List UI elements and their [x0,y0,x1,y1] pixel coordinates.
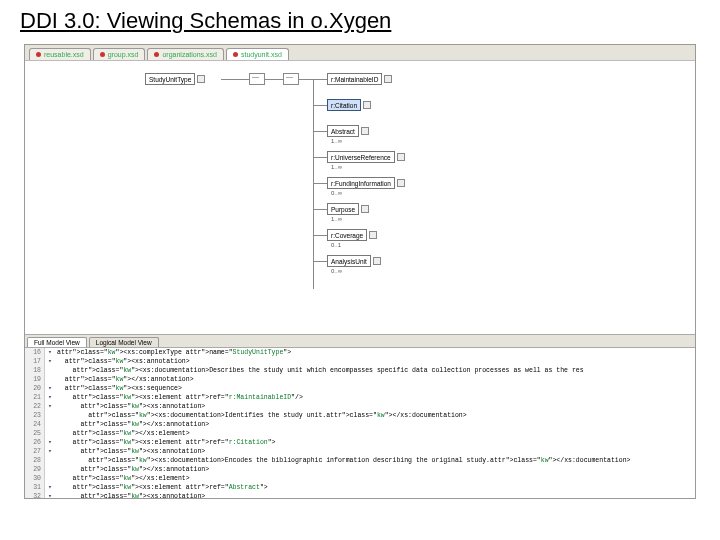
fold-toggle-icon[interactable]: ▾ [45,393,55,402]
fold-toggle-icon [45,429,55,438]
expand-icon[interactable] [363,101,371,109]
diagram-element-node[interactable]: Purpose [327,203,359,215]
diagram-element-node[interactable]: r:UniverseReference [327,151,395,163]
code-line[interactable]: 29 attr">class="kw"></xs:annotation> [25,465,695,474]
file-tab-label: organizations.xsd [162,51,216,58]
line-number: 16 [25,348,45,357]
line-number: 26 [25,438,45,447]
fold-toggle-icon[interactable]: ▾ [45,483,55,492]
view-tabbar: Full Model View Logical Model View [25,334,695,348]
expand-icon[interactable] [397,153,405,161]
code-line[interactable]: 26▾ attr">class="kw"><xs:element attr">r… [25,438,695,447]
diagram-element-node[interactable]: r:MaintainableID [327,73,382,85]
code-line[interactable]: 17▾ attr">class="kw"><xs:annotation> [25,357,695,366]
line-number: 17 [25,357,45,366]
tab-full-model-view[interactable]: Full Model View [27,337,87,347]
code-line[interactable]: 25 attr">class="kw"></xs:element> [25,429,695,438]
code-text: attr">class="kw"><xs:element attr">ref="… [55,393,303,402]
sequence-compositor[interactable] [249,73,265,85]
code-text: attr">class="kw"><xs:sequence> [55,384,182,393]
code-line[interactable]: 24 attr">class="kw"></xs:annotation> [25,420,695,429]
expand-icon[interactable] [361,127,369,135]
code-line[interactable]: 21▾ attr">class="kw"><xs:element attr">r… [25,393,695,402]
code-text: attr">class="kw"><xs:annotation> [55,447,205,456]
code-text: attr">class="kw"><xs:annotation> [55,357,190,366]
diagram-element-node[interactable]: r:Coverage [327,229,367,241]
code-line[interactable]: 23 attr">class="kw"><xs:documentation>Id… [25,411,695,420]
code-text: attr">class="kw"><xs:annotation> [55,402,205,411]
fold-toggle-icon[interactable]: ▾ [45,348,55,357]
file-tab-label: studyunit.xsd [241,51,282,58]
code-line[interactable]: 28 attr">class="kw"><xs:documentation>En… [25,456,695,465]
line-number: 31 [25,483,45,492]
code-text: attr">class="kw"><xs:complexType attr">n… [55,348,291,357]
line-number: 20 [25,384,45,393]
code-line[interactable]: 18 attr">class="kw"><xs:documentation>De… [25,366,695,375]
line-number: 30 [25,474,45,483]
occurrence-label: 1..∞ [331,138,342,144]
modified-dot-icon [154,52,159,57]
slide-title: DDI 3.0: Viewing Schemas in o.Xygen [0,0,720,38]
fold-toggle-icon [45,474,55,483]
diagram-element-node[interactable]: AnalysisUnit [327,255,371,267]
code-line[interactable]: 19 attr">class="kw"></xs:annotation> [25,375,695,384]
sequence-compositor[interactable] [283,73,299,85]
occurrence-label: 0..∞ [331,190,342,196]
code-text: attr">class="kw"><xs:documentation>Encod… [55,456,630,465]
diagram-element-node[interactable]: r:FundingInformation [327,177,395,189]
fold-toggle-icon [45,366,55,375]
code-line[interactable]: 16▾attr">class="kw"><xs:complexType attr… [25,348,695,357]
line-number: 22 [25,402,45,411]
line-number: 23 [25,411,45,420]
fold-toggle-icon [45,420,55,429]
oxygen-window: reusable.xsdgroup.xsdorganizations.xsdst… [24,44,696,499]
fold-toggle-icon [45,456,55,465]
expand-icon[interactable] [384,75,392,83]
file-tab[interactable]: organizations.xsd [147,48,223,60]
code-text: attr">class="kw"><xs:element attr">ref="… [55,483,268,492]
schema-diagram[interactable]: StudyUnitType r:MaintainableIDr:Citation… [25,61,695,334]
diagram-root-node[interactable]: StudyUnitType [145,73,195,85]
expand-icon[interactable] [197,75,205,83]
expand-icon[interactable] [369,231,377,239]
code-line[interactable]: 32▾ attr">class="kw"><xs:annotation> [25,492,695,498]
code-text: attr">class="kw"></xs:annotation> [55,375,194,384]
code-text: attr">class="kw"><xs:documentation>Ident… [55,411,467,420]
code-text: attr">class="kw"></xs:annotation> [55,420,209,429]
line-number: 25 [25,429,45,438]
modified-dot-icon [36,52,41,57]
expand-icon[interactable] [397,179,405,187]
fold-toggle-icon[interactable]: ▾ [45,384,55,393]
code-line[interactable]: 20▾ attr">class="kw"><xs:sequence> [25,384,695,393]
code-line[interactable]: 31▾ attr">class="kw"><xs:element attr">r… [25,483,695,492]
file-tab-label: reusable.xsd [44,51,84,58]
line-number: 27 [25,447,45,456]
occurrence-label: 1..∞ [331,164,342,170]
file-tab[interactable]: reusable.xsd [29,48,91,60]
source-editor[interactable]: 16▾attr">class="kw"><xs:complexType attr… [25,348,695,498]
code-line[interactable]: 22▾ attr">class="kw"><xs:annotation> [25,402,695,411]
code-text: attr">class="kw"><xs:annotation> [55,492,205,498]
fold-toggle-icon[interactable]: ▾ [45,492,55,498]
modified-dot-icon [100,52,105,57]
fold-toggle-icon[interactable]: ▾ [45,447,55,456]
expand-icon[interactable] [373,257,381,265]
modified-dot-icon [233,52,238,57]
line-number: 28 [25,456,45,465]
file-tab[interactable]: studyunit.xsd [226,48,289,60]
fold-toggle-icon[interactable]: ▾ [45,357,55,366]
file-tab[interactable]: group.xsd [93,48,146,60]
line-number: 19 [25,375,45,384]
fold-toggle-icon[interactable]: ▾ [45,438,55,447]
diagram-element-node[interactable]: Abstract [327,125,359,137]
fold-toggle-icon [45,375,55,384]
expand-icon[interactable] [361,205,369,213]
code-line[interactable]: 27▾ attr">class="kw"><xs:annotation> [25,447,695,456]
diagram-element-node[interactable]: r:Citation [327,99,361,111]
fold-toggle-icon [45,411,55,420]
code-line[interactable]: 30 attr">class="kw"></xs:element> [25,474,695,483]
code-text: attr">class="kw"></xs:element> [55,429,190,438]
code-text: attr">class="kw"><xs:documentation>Descr… [55,366,584,375]
tab-logical-model-view[interactable]: Logical Model View [89,337,159,347]
fold-toggle-icon[interactable]: ▾ [45,402,55,411]
